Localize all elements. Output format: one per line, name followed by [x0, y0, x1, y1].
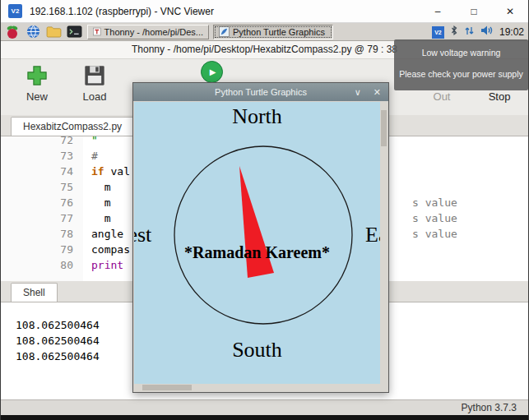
label-ramadan-kareem: *Ramadan Kareem*: [134, 243, 380, 261]
thonny-statusbar: Python 3.7.3: [1, 399, 528, 415]
network-updown-icon[interactable]: [464, 25, 475, 39]
close-button[interactable]: ✕: [492, 0, 528, 23]
vscroll-thumb[interactable]: [381, 110, 387, 146]
hscroll-thumb[interactable]: [142, 385, 192, 390]
compass-circle: [174, 146, 352, 324]
load-button[interactable]: Load: [73, 64, 116, 103]
code-text: m: [83, 210, 110, 226]
line-number: 76: [1, 195, 83, 210]
label-south: South: [134, 339, 380, 362]
step-out-label: Out: [420, 90, 463, 103]
taskbar-item-turtle-label: Python Turtle Graphics: [233, 27, 325, 37]
vnc-titlebar[interactable]: V2 192.168.1.102 (raspberrypi) - VNC Vie…: [1, 0, 528, 23]
pi-taskbar: Thonny - /home/pi/Des... Python Turtle G…: [1, 23, 528, 41]
code-text: ": [83, 136, 98, 148]
code-text: angle: [83, 226, 123, 242]
tab-hexabitzcompass2[interactable]: HexabitzCompass2.py: [11, 117, 134, 136]
vnc-logo-icon: V2: [8, 4, 22, 18]
maximize-button[interactable]: □: [456, 0, 492, 23]
turtle-graphics-window: Python Turtle Graphics ∨ ✕ North South W…: [132, 82, 389, 393]
taskbar-clock: 19:02: [499, 26, 524, 38]
code-text: m: [83, 179, 110, 195]
new-button-label: New: [16, 90, 58, 103]
load-folder-icon: [83, 64, 106, 87]
web-browser-icon[interactable]: [24, 24, 42, 39]
code-fragment: s value: [412, 226, 457, 242]
turtle-window-controls: ∨ ✕: [355, 83, 381, 101]
code-text: m: [83, 195, 110, 210]
line-number: 78: [1, 226, 83, 242]
thonny-icon: [93, 26, 101, 37]
line-number: 77: [1, 210, 83, 226]
play-icon: ▶: [208, 67, 216, 76]
raspberry-menu-icon[interactable]: [3, 24, 21, 39]
code-text: if val: [83, 164, 130, 179]
code-fragment: s value: [412, 195, 457, 210]
turtle-vertical-scrollbar[interactable]: [380, 102, 387, 384]
terminal-icon[interactable]: [65, 24, 83, 39]
tab-shell[interactable]: Shell: [11, 283, 58, 302]
code-fragment: s value: [412, 210, 457, 226]
taskbar-item-thonny[interactable]: Thonny - /home/pi/Des...: [87, 25, 209, 39]
label-north: North: [134, 105, 380, 129]
taskbar-item-thonny-label: Thonny - /home/pi/Des...: [104, 27, 203, 37]
notification-title: Low voltage warning: [394, 48, 528, 58]
volume-icon[interactable]: [480, 25, 494, 39]
python-version-label: Python 3.7.3: [462, 402, 517, 413]
bluetooth-icon[interactable]: [450, 25, 458, 39]
run-button[interactable]: ▶: [201, 61, 223, 83]
load-button-label: Load: [73, 90, 116, 103]
vnc-viewer-window: V2 192.168.1.102 (raspberrypi) - VNC Vie…: [0, 0, 529, 420]
turtle-horizontal-scrollbar[interactable]: [134, 384, 380, 391]
code-text: compas: [83, 242, 130, 257]
screen-bottom-strip: [1, 415, 528, 420]
vnc-tray-icon[interactable]: V2: [432, 26, 444, 39]
new-button[interactable]: New: [16, 64, 58, 103]
line-number: 73: [1, 148, 83, 164]
line-number: 75: [1, 179, 83, 195]
window-title: 192.168.1.102 (raspberrypi) - VNC Viewer: [30, 6, 214, 17]
turtle-titlebar[interactable]: Python Turtle Graphics ∨ ✕: [133, 83, 388, 101]
notification-message: Please check your power supply: [394, 69, 528, 79]
tk-feather-icon: [219, 26, 230, 37]
turtle-canvas: North South West East *Ramadan Kareem*: [134, 102, 380, 384]
scrollbar-corner: [380, 384, 387, 391]
file-manager-icon[interactable]: [44, 24, 63, 39]
turtle-close-button[interactable]: ✕: [374, 87, 381, 98]
taskbar-item-turtle-graphics[interactable]: Python Turtle Graphics: [213, 25, 333, 39]
new-file-icon: [26, 64, 49, 87]
code-text: print: [83, 257, 123, 273]
turtle-title: Python Turtle Graphics: [133, 87, 388, 97]
minimize-button[interactable]: –: [420, 0, 456, 23]
stop-label: Stop: [478, 90, 521, 103]
system-tray: V2 19:02: [432, 23, 524, 41]
line-number: 79: [1, 242, 83, 257]
line-number: 74: [1, 164, 83, 179]
low-voltage-notification: Low voltage warning Please check your po…: [394, 39, 528, 90]
window-controls: – □ ✕: [420, 0, 528, 23]
line-number: 72: [1, 136, 83, 148]
line-number: 80: [1, 257, 83, 273]
code-text: #: [83, 148, 98, 164]
shade-button[interactable]: ∨: [355, 87, 361, 98]
